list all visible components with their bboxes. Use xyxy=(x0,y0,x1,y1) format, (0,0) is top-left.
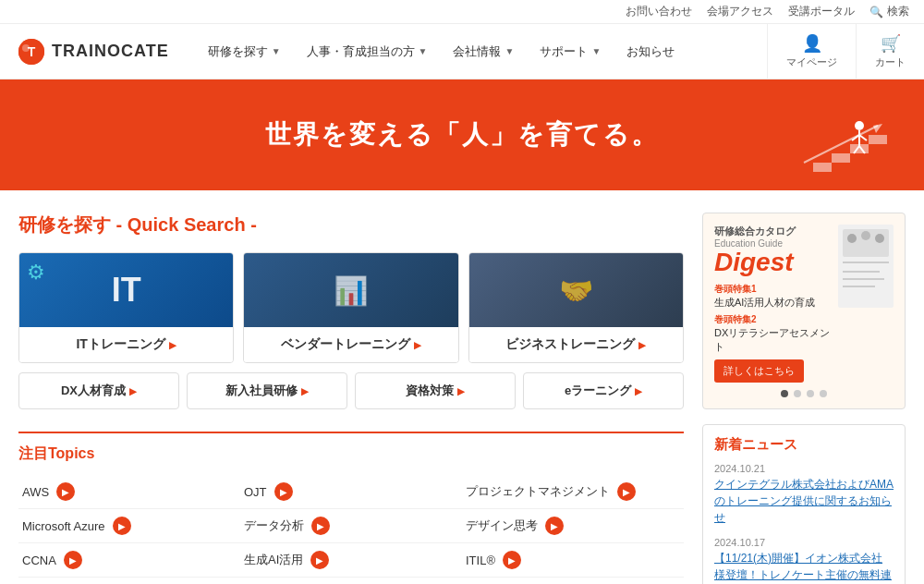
topic-pm-arrow[interactable]: ▶ xyxy=(617,482,636,501)
topic-azure[interactable]: Microsoft Azure ▶ xyxy=(18,509,240,543)
catalog-banner[interactable]: 研修総合カタログ Education Guide Digest 巻頭特集1 生成… xyxy=(702,213,906,409)
topic-ai-arrow[interactable]: ▶ xyxy=(310,551,329,569)
catalog-digest: Digest xyxy=(714,249,831,277)
topic-itil-arrow[interactable]: ▶ xyxy=(503,551,521,569)
topbar-portal-link[interactable]: 受講ポータル xyxy=(788,4,855,19)
vendor-training-label: ベンダートレーニング xyxy=(244,327,457,362)
topic-itil[interactable]: ITIL® ▶ xyxy=(462,543,684,578)
topics-grid: AWS ▶ Microsoft Azure ▶ CCNA ▶ DX ▶ xyxy=(18,475,684,584)
news-date-2: 2024.10.17 xyxy=(714,537,894,548)
main-content: 研修を探す - Quick Search - IT ⚙ ITトレーニング 📊 xyxy=(0,190,924,584)
dot-2[interactable] xyxy=(794,390,801,397)
svg-rect-20 xyxy=(843,262,889,263)
biz-training-image: 🤝 xyxy=(469,253,683,327)
logo-area[interactable]: T TRAINOCATE xyxy=(0,30,188,74)
svg-rect-23 xyxy=(843,286,875,287)
news-date-1: 2024.10.21 xyxy=(714,463,894,474)
svg-point-9 xyxy=(855,121,864,130)
catalog-title: 研修総合カタログ xyxy=(714,225,831,238)
logo-icon: T xyxy=(18,39,44,65)
svg-rect-3 xyxy=(813,163,832,172)
logo-text: TRAINOCATE xyxy=(52,42,169,61)
topic-dx[interactable]: DX ▶ xyxy=(18,578,240,584)
topic-design-thinking[interactable]: デザイン思考 ▶ xyxy=(462,509,684,543)
topics-section: 注目Topics AWS ▶ Microsoft Azure ▶ CCNA ▶ xyxy=(18,432,684,584)
catalog-image xyxy=(838,225,894,383)
user-icon: 👤 xyxy=(802,33,822,54)
top-bar: お問い合わせ 会場アクセス 受講ポータル 🔍 検索 xyxy=(0,0,924,24)
topic-aws[interactable]: AWS ▶ xyxy=(18,475,240,509)
vendor-training-card[interactable]: 📊 ベンダートレーニング xyxy=(243,252,458,363)
catalog-feature-2-text: DXリテラシーアセスメント xyxy=(714,326,831,354)
cart-icon: 🛒 xyxy=(881,33,901,54)
content-left: 研修を探す - Quick Search - IT ⚙ ITトレーニング 📊 xyxy=(18,213,684,584)
topic-ccna-arrow[interactable]: ▶ xyxy=(64,551,82,569)
topics-title: 注目Topics xyxy=(18,444,684,464)
hero-text: 世界を変える「人」を育てる。 xyxy=(265,117,659,152)
topic-design-thinking-arrow[interactable]: ▶ xyxy=(545,517,564,535)
news-link-2[interactable]: 【11/21(木)開催】イオン株式会社様登壇！トレノケート主催の無料連続オン..… xyxy=(714,550,894,584)
mypage-button[interactable]: 👤 マイページ xyxy=(767,24,856,79)
quick-search-section: 研修を探す - Quick Search - IT ⚙ ITトレーニング 📊 xyxy=(18,213,684,409)
dot-3[interactable] xyxy=(807,390,814,397)
topic-communication[interactable]: コミュニケーション ▶ xyxy=(462,578,684,584)
nav-support[interactable]: サポート ▼ xyxy=(529,27,612,77)
biz-training-card[interactable]: 🤝 ビジネストレーニング xyxy=(468,252,684,363)
it-training-card[interactable]: IT ⚙ ITトレーニング xyxy=(18,252,234,363)
hero-banner: 世界を変える「人」を育てる。 xyxy=(0,79,924,190)
topic-ojt-arrow[interactable]: ▶ xyxy=(274,482,293,501)
topic-azure-arrow[interactable]: ▶ xyxy=(113,517,131,535)
topic-ai[interactable]: 生成AI活用 ▶ xyxy=(240,543,462,578)
topics-col-3: プロジェクトマネジメント ▶ デザイン思考 ▶ ITIL® ▶ コミュニケーショ… xyxy=(462,475,684,584)
header: T TRAINOCATE 研修を探す ▼ 人事・育成担当の方 ▼ 会社情報 ▼ … xyxy=(0,24,924,79)
hero-illustration xyxy=(739,98,887,190)
news-item-2: 2024.10.17 【11/21(木)開催】イオン株式会社様登壇！トレノケート… xyxy=(714,537,894,584)
topic-pm[interactable]: プロジェクトマネジメント ▶ xyxy=(462,475,684,509)
topic-ojt[interactable]: OJT ▶ xyxy=(240,475,462,509)
topic-data-analysis[interactable]: データ分析 ▶ xyxy=(240,509,462,543)
catalog-detail-button[interactable]: 詳しくはこちら xyxy=(714,359,804,383)
category-qualification[interactable]: 資格対策 xyxy=(355,372,516,409)
svg-rect-6 xyxy=(869,135,887,144)
cart-button[interactable]: 🛒 カート xyxy=(856,24,924,79)
news-section: 新着ニュース 2024.10.21 クインテグラル株式会社およびAMAのトレーニ… xyxy=(702,424,906,584)
catalog-dots xyxy=(714,390,894,397)
svg-line-12 xyxy=(859,135,867,140)
catalog-feature-2-prefix: 巻頭特集2 xyxy=(714,313,831,326)
chevron-down-icon: ▼ xyxy=(591,46,601,56)
topic-security[interactable]: セキュリティ ▶ xyxy=(240,578,462,584)
content-right: 研修総合カタログ Education Guide Digest 巻頭特集1 生成… xyxy=(702,213,906,584)
nav-training[interactable]: 研修を探す ▼ xyxy=(197,27,292,77)
nav-news[interactable]: お知らせ xyxy=(615,27,686,77)
svg-point-19 xyxy=(875,234,884,243)
svg-point-2 xyxy=(22,44,30,52)
dot-1[interactable] xyxy=(781,390,788,397)
it-training-label: ITトレーニング xyxy=(19,327,233,362)
topbar-venue-link[interactable]: 会場アクセス xyxy=(707,4,773,19)
category-dx[interactable]: DX人材育成 xyxy=(18,372,179,409)
nav-hr[interactable]: 人事・育成担当の方 ▼ xyxy=(296,27,439,77)
topic-aws-arrow[interactable]: ▶ xyxy=(56,482,75,501)
topic-ccna[interactable]: CCNA ▶ xyxy=(18,543,240,578)
svg-marker-8 xyxy=(873,124,882,133)
news-item-1: 2024.10.21 クインテグラル株式会社およびAMAのトレーニング提供に関す… xyxy=(714,463,894,526)
topic-data-analysis-arrow[interactable]: ▶ xyxy=(311,517,330,535)
category-new-employee[interactable]: 新入社員研修 xyxy=(187,372,347,409)
topics-col-2: OJT ▶ データ分析 ▶ 生成AI活用 ▶ セキュリティ ▶ xyxy=(240,475,462,584)
search-icon: 🔍 xyxy=(869,6,883,18)
dot-4[interactable] xyxy=(820,390,827,397)
topbar-contact-link[interactable]: お問い合わせ xyxy=(626,4,692,19)
news-title: 新着ニュース xyxy=(714,436,894,454)
nav-company[interactable]: 会社情報 ▼ xyxy=(442,27,525,77)
training-cards: IT ⚙ ITトレーニング 📊 ベンダートレーニング xyxy=(18,252,684,363)
news-link-1[interactable]: クインテグラル株式会社およびAMAのトレーニング提供に関するお知らせ xyxy=(714,476,894,526)
it-training-image: IT ⚙ xyxy=(19,253,233,327)
chevron-down-icon: ▼ xyxy=(505,46,514,56)
category-elearning[interactable]: eラーニング xyxy=(523,372,684,409)
svg-point-17 xyxy=(847,234,857,243)
topbar-search[interactable]: 🔍 検索 xyxy=(869,4,909,19)
category-grid: DX人材育成 新入社員研修 資格対策 eラーニング xyxy=(18,372,684,409)
quick-search-title: 研修を探す - Quick Search - xyxy=(18,213,684,237)
svg-rect-4 xyxy=(832,153,850,163)
catalog-feature-1-prefix: 巻頭特集1 xyxy=(714,283,831,296)
